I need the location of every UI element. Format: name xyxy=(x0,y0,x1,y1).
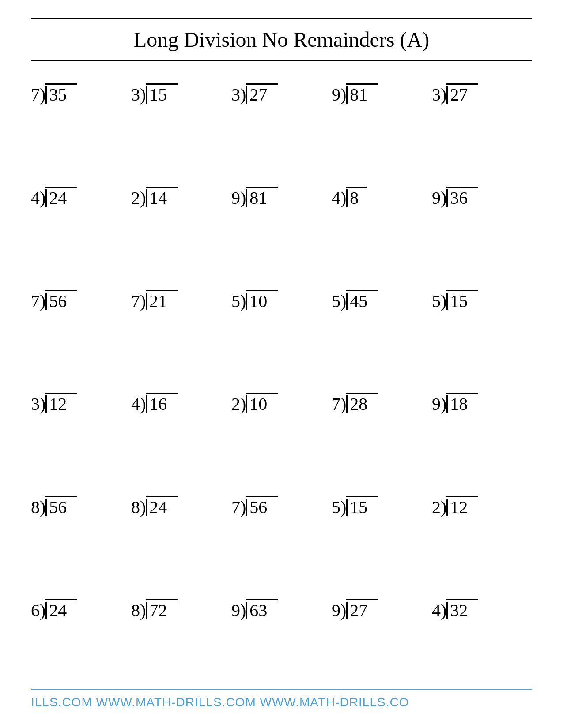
problem-4-3: 5)15 xyxy=(332,496,432,516)
divisor-label: 6) xyxy=(31,602,45,619)
dividend-number: 24 xyxy=(45,602,77,619)
dividend-wrapper: 81 xyxy=(346,83,378,104)
dividend-number: 32 xyxy=(446,602,478,619)
dividend-number: 63 xyxy=(246,602,278,619)
dividend-wrapper: 56 xyxy=(45,290,77,310)
divisor-label: 5) xyxy=(432,293,446,310)
bottom-rule xyxy=(31,60,532,61)
problem-0-0: 7)35 xyxy=(31,83,131,104)
dividend-number: 56 xyxy=(246,499,278,516)
dividend-wrapper: 27 xyxy=(346,599,378,619)
divisor-label: 4) xyxy=(432,602,446,619)
dividend-wrapper: 24 xyxy=(146,496,178,516)
dividend-wrapper: 16 xyxy=(146,393,178,413)
dividend-wrapper: 56 xyxy=(246,496,278,516)
dividend-wrapper: 24 xyxy=(45,599,77,619)
problem-1-4: 9)36 xyxy=(432,187,532,207)
dividend-wrapper: 8 xyxy=(346,187,367,207)
divisor-label: 7) xyxy=(231,499,246,516)
dividend-wrapper: 15 xyxy=(146,83,178,104)
divisor-label: 7) xyxy=(31,293,45,310)
problem-0-1: 3)15 xyxy=(131,83,231,104)
problem-row-0: 7)353)153)279)813)27 xyxy=(31,70,532,173)
problem-4-4: 2)12 xyxy=(432,496,532,516)
dividend-number: 15 xyxy=(446,293,478,310)
dividend-wrapper: 36 xyxy=(446,187,478,207)
problem-row-3: 3)124)162)107)289)18 xyxy=(31,379,532,483)
problems-grid: 7)353)153)279)813)274)242)149)814)89)367… xyxy=(31,70,532,689)
problem-3-0: 3)12 xyxy=(31,393,131,413)
dividend-number: 8 xyxy=(346,189,367,207)
dividend-number: 10 xyxy=(246,293,278,310)
dividend-number: 24 xyxy=(146,499,178,516)
dividend-wrapper: 63 xyxy=(246,599,278,619)
dividend-wrapper: 15 xyxy=(446,290,478,310)
dividend-number: 24 xyxy=(45,189,77,207)
dividend-wrapper: 10 xyxy=(246,393,278,413)
dividend-number: 81 xyxy=(246,189,278,207)
dividend-number: 14 xyxy=(146,189,178,207)
problem-5-2: 9)63 xyxy=(231,599,332,619)
divisor-label: 7) xyxy=(332,395,346,413)
problem-5-3: 9)27 xyxy=(332,599,432,619)
divisor-label: 3) xyxy=(131,86,146,104)
problem-row-4: 8)568)247)565)152)12 xyxy=(31,483,532,586)
dividend-number: 12 xyxy=(446,499,478,516)
dividend-number: 27 xyxy=(246,86,278,104)
divisor-label: 9) xyxy=(231,189,246,207)
divisor-label: 5) xyxy=(332,499,346,516)
dividend-wrapper: 27 xyxy=(446,83,478,104)
dividend-number: 56 xyxy=(45,293,77,310)
dividend-wrapper: 18 xyxy=(446,393,478,413)
dividend-wrapper: 10 xyxy=(246,290,278,310)
footer: ILLS.COM WWW.MATH-DRILLS.COM WWW.MATH-DR… xyxy=(31,689,532,715)
problem-5-4: 4)32 xyxy=(432,599,532,619)
problem-2-4: 5)15 xyxy=(432,290,532,310)
problem-2-2: 5)10 xyxy=(231,290,332,310)
problem-1-2: 9)81 xyxy=(231,187,332,207)
divisor-label: 4) xyxy=(332,189,346,207)
problem-5-1: 8)72 xyxy=(131,599,231,619)
dividend-wrapper: 35 xyxy=(45,83,77,104)
dividend-number: 18 xyxy=(446,395,478,413)
divisor-label: 9) xyxy=(231,602,246,619)
divisor-label: 3) xyxy=(231,86,246,104)
dividend-number: 12 xyxy=(45,395,77,413)
problem-1-0: 4)24 xyxy=(31,187,131,207)
problem-row-2: 7)567)215)105)455)15 xyxy=(31,277,532,380)
dividend-wrapper: 14 xyxy=(146,187,178,207)
problem-0-3: 9)81 xyxy=(332,83,432,104)
divisor-label: 9) xyxy=(332,86,346,104)
dividend-wrapper: 81 xyxy=(246,187,278,207)
divisor-label: 5) xyxy=(231,293,246,310)
dividend-number: 72 xyxy=(146,602,178,619)
divisor-label: 4) xyxy=(31,189,45,207)
dividend-wrapper: 45 xyxy=(346,290,378,310)
title-area: Long Division No Remainders (A) xyxy=(31,23,532,56)
problem-3-1: 4)16 xyxy=(131,393,231,413)
divisor-label: 8) xyxy=(31,499,45,516)
dividend-wrapper: 72 xyxy=(146,599,178,619)
dividend-number: 28 xyxy=(346,395,378,413)
divisor-label: 2) xyxy=(131,189,146,207)
divisor-label: 3) xyxy=(31,395,45,413)
problem-5-0: 6)24 xyxy=(31,599,131,619)
dividend-wrapper: 24 xyxy=(45,187,77,207)
page-title: Long Division No Remainders (A) xyxy=(134,28,429,51)
problem-0-2: 3)27 xyxy=(231,83,332,104)
dividend-wrapper: 27 xyxy=(246,83,278,104)
dividend-number: 36 xyxy=(446,189,478,207)
problem-2-1: 7)21 xyxy=(131,290,231,310)
divisor-label: 8) xyxy=(131,602,146,619)
problem-3-3: 7)28 xyxy=(332,393,432,413)
dividend-number: 56 xyxy=(45,499,77,516)
problem-1-3: 4)8 xyxy=(332,187,432,207)
divisor-label: 7) xyxy=(131,293,146,310)
dividend-number: 45 xyxy=(346,293,378,310)
divisor-label: 4) xyxy=(131,395,146,413)
dividend-number: 16 xyxy=(146,395,178,413)
dividend-number: 27 xyxy=(346,602,378,619)
dividend-wrapper: 15 xyxy=(346,496,378,516)
problem-2-3: 5)45 xyxy=(332,290,432,310)
problem-2-0: 7)56 xyxy=(31,290,131,310)
